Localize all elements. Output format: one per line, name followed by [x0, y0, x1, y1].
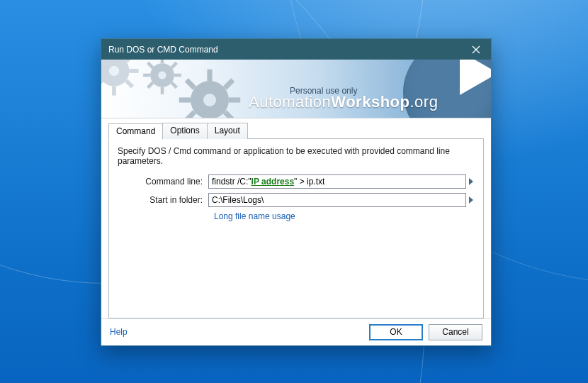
svg-rect-25: [179, 97, 191, 102]
close-button[interactable]: [461, 39, 491, 60]
banner: Personal use only AutomationWorkshop.org: [101, 60, 491, 118]
tabpanel-command: Specify DOS / Cmd command or application…: [108, 138, 484, 318]
svg-point-11: [109, 66, 119, 76]
tab-label: Layout: [215, 126, 240, 135]
banner-text: Personal use only AutomationWorkshop.org: [249, 87, 438, 111]
button-label: Cancel: [442, 327, 468, 337]
svg-rect-23: [207, 70, 212, 81]
command-variable-token[interactable]: IP address: [251, 177, 294, 187]
footer: Help OK Cancel: [101, 318, 491, 345]
svg-rect-13: [161, 60, 164, 63]
chevron-right-icon: [469, 178, 473, 185]
svg-marker-33: [469, 196, 473, 204]
window-title: Run DOS or CMD Command: [108, 45, 218, 55]
svg-rect-6: [130, 69, 139, 73]
svg-rect-26: [229, 97, 240, 102]
close-icon: [472, 45, 480, 54]
tab-options[interactable]: Options: [162, 123, 207, 139]
tabstrip: Command Options Layout: [108, 123, 484, 139]
svg-point-21: [158, 71, 166, 79]
command-line-label: Command line:: [118, 177, 208, 187]
cancel-button[interactable]: Cancel: [429, 324, 482, 340]
start-folder-input[interactable]: C:\Files\Logs\: [208, 193, 466, 207]
play-triangle-icon: [460, 60, 491, 95]
help-link[interactable]: Help: [110, 327, 128, 337]
dialog-window: Run DOS or CMD Command Personal use only…: [101, 38, 492, 346]
tab-label: Command: [116, 126, 155, 136]
gear-icon: [178, 68, 242, 118]
ok-button[interactable]: OK: [369, 324, 423, 340]
chevron-right-icon: [469, 196, 473, 204]
svg-rect-4: [112, 87, 116, 96]
svg-marker-32: [469, 178, 473, 185]
svg-point-31: [203, 94, 216, 106]
tab-label: Options: [170, 126, 199, 135]
titlebar[interactable]: Run DOS or CMD Command: [101, 39, 491, 60]
banner-brand: AutomationWorkshop.org: [249, 93, 438, 111]
svg-rect-15: [143, 74, 150, 77]
svg-rect-14: [161, 87, 164, 94]
gear-icon: [142, 60, 182, 95]
command-line-menu-button[interactable]: [468, 174, 475, 189]
command-line-input[interactable]: findstr /C:"IP address" > ip.txt: [208, 174, 466, 189]
tab-command[interactable]: Command: [108, 123, 163, 140]
button-label: OK: [390, 327, 402, 337]
start-folder-menu-button[interactable]: [468, 193, 475, 207]
panel-description: Specify DOS / Cmd command or application…: [118, 146, 475, 166]
tab-layout[interactable]: Layout: [207, 123, 248, 139]
long-file-name-usage-link[interactable]: Long file name usage: [214, 211, 295, 221]
start-folder-label: Start in folder:: [118, 195, 208, 205]
gear-icon: [101, 60, 140, 96]
client-area: Command Options Layout Specify DOS / Cmd…: [101, 118, 491, 318]
